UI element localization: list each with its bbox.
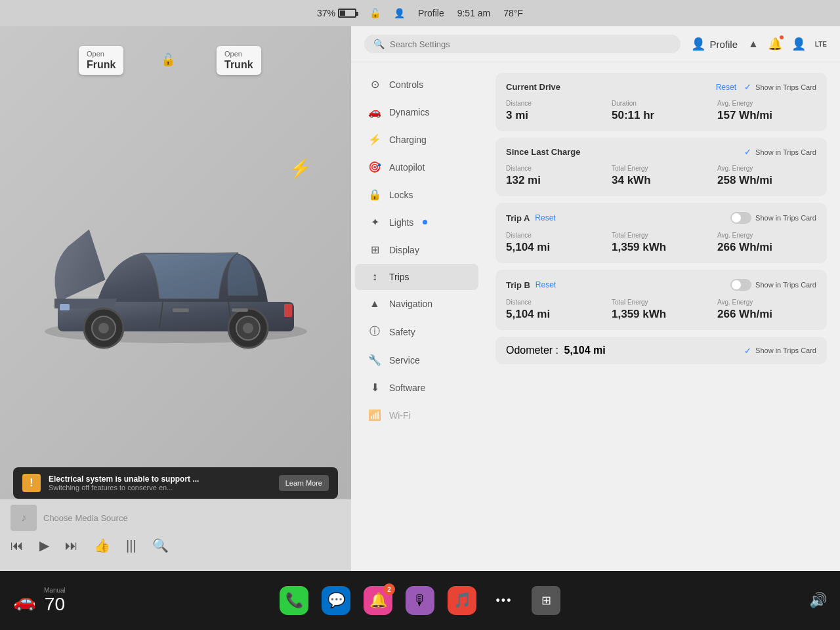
trip-b-section: Trip B Reset Show in Trips Card Distance — [495, 270, 827, 330]
current-drive-show-trips: ✓ Show in Trips Card — [744, 82, 816, 92]
media-source-label: Choose Media Source — [43, 513, 128, 523]
nav-item-service[interactable]: 🔧 Service — [355, 346, 478, 373]
trip-b-toggle[interactable] — [730, 279, 751, 291]
nav-label-wifi: Wi-Fi — [389, 410, 411, 421]
trunk-button[interactable]: Open Trunk — [217, 46, 261, 75]
current-drive-title: Current Drive — [506, 82, 560, 92]
taskbar-right: 🔊 — [560, 592, 827, 609]
nav-label-autopilot: Autopilot — [389, 162, 425, 173]
profile-label: Profile — [709, 39, 738, 50]
message-app-button[interactable]: 💬 — [322, 586, 350, 615]
trips-content: Current Drive Reset ✓ Show in Trips Card — [482, 62, 840, 571]
app-grid-button[interactable]: ⊞ — [532, 586, 560, 615]
status-bar: 37% 🔓 👤 Profile 9:51 am 78°F — [0, 0, 840, 26]
nav-item-wifi[interactable]: 📶 Wi-Fi — [355, 402, 478, 429]
up-chevron-icon[interactable]: ▲ — [748, 38, 759, 50]
settings-body: ⊙ Controls 🚗 Dynamics ⚡ Charging 🎯 Autop… — [351, 62, 840, 571]
prev-track-button[interactable]: ⏮ — [10, 538, 24, 553]
notification-app-button[interactable]: 🔔 2 — [364, 586, 392, 615]
trip-b-avg-energy: Avg. Energy 266 Wh/mi — [717, 299, 816, 321]
nav-label-display: Display — [389, 245, 419, 255]
odometer-value: 5,104 mi — [564, 345, 605, 356]
trip-b-reset-button[interactable]: Reset — [536, 280, 556, 289]
trip-a-reset-button[interactable]: Reset — [535, 213, 555, 222]
more-dots-icon: ••• — [496, 594, 513, 608]
since-last-charge-header: Since Last Charge ✓ Show in Trips Card — [506, 147, 816, 157]
podcast-app-button[interactable]: 🎙 — [406, 586, 434, 615]
nav-label-dynamics: Dynamics — [389, 107, 429, 117]
nav-item-charging[interactable]: ⚡ Charging — [355, 126, 478, 153]
lte-signal-icon: LTE — [815, 41, 827, 48]
thumbs-up-button[interactable]: 👍 — [94, 537, 110, 553]
manual-label: Manual — [44, 587, 66, 594]
svg-point-6 — [98, 323, 109, 333]
more-apps-button[interactable]: ••• — [490, 586, 518, 615]
search-input[interactable] — [390, 39, 671, 49]
time-display: 9:51 am — [457, 8, 491, 18]
nav-item-safety[interactable]: ⓘ Safety — [355, 318, 478, 346]
since-last-charge-title: Since Last Charge — [506, 147, 580, 157]
notification-bell-icon[interactable]: 🔔 — [768, 37, 782, 51]
taskbar-center: 📞 💬 🔔 2 🎙 🎵 ••• ⊞ — [280, 586, 560, 615]
battery-indicator: 37% — [317, 8, 356, 18]
person-icon[interactable]: 👤 — [791, 37, 806, 51]
service-icon: 🔧 — [368, 354, 381, 366]
next-track-button[interactable]: ⏭ — [65, 538, 78, 553]
navigation-icon: ▲ — [368, 298, 381, 310]
phone-icon: 📞 — [285, 592, 303, 609]
nav-item-trips[interactable]: ↕ Trips — [355, 264, 478, 290]
wifi-icon: 📶 — [368, 409, 381, 421]
media-controls: ⏮ ▶ ⏭ 👍 ||| 🔍 — [10, 537, 341, 553]
play-pause-button[interactable]: ▶ — [39, 537, 49, 553]
since-last-charge-stats: Distance 132 mi Total Energy 34 kWh Avg.… — [506, 165, 816, 187]
volume-icon[interactable]: 🔊 — [809, 592, 827, 609]
controls-icon: ⊙ — [368, 78, 381, 91]
learn-more-button[interactable]: Learn More — [279, 475, 329, 491]
right-panel: 🔍 👤 Profile ▲ 🔔 👤 LTE — [351, 26, 840, 571]
nav-item-lights[interactable]: ✦ Lights — [355, 209, 478, 236]
taskbar-left: 🚗 Manual 70 — [13, 587, 280, 615]
nav-item-navigation[interactable]: ▲ Navigation — [355, 291, 478, 317]
current-drive-duration: Duration 50:11 hr — [612, 100, 711, 122]
nav-item-autopilot[interactable]: 🎯 Autopilot — [355, 154, 478, 180]
trip-a-toggle[interactable] — [730, 212, 751, 224]
lights-icon: ✦ — [368, 216, 381, 228]
music-app-button[interactable]: 🎵 — [448, 586, 476, 615]
media-source-row: ♪ Choose Media Source — [10, 505, 341, 531]
alert-banner: ! Electrical system is unable to support… — [13, 467, 338, 499]
nav-item-software[interactable]: ⬇ Software — [355, 374, 478, 401]
trip-a-header: Trip A Reset Show in Trips Card — [506, 212, 816, 224]
frunk-button[interactable]: Open Frunk — [79, 46, 123, 75]
nav-item-dynamics[interactable]: 🚗 Dynamics — [355, 98, 478, 125]
media-player: ♪ Choose Media Source ⏮ ▶ ⏭ 👍 ||| 🔍 — [0, 499, 351, 571]
nav-item-controls[interactable]: ⊙ Controls — [355, 71, 478, 98]
equalizer-button[interactable]: ||| — [126, 538, 136, 553]
battery-percentage: 37% — [317, 8, 335, 18]
search-box[interactable]: 🔍 — [364, 35, 681, 53]
odometer-show-trips: ✓ Show in Trips Card — [744, 346, 816, 356]
current-drive-checkmark: ✓ — [744, 82, 751, 92]
podcast-icon: 🎙 — [413, 592, 427, 609]
main-content: Open Frunk Open Trunk 🔓 — [0, 26, 840, 571]
svg-rect-10 — [173, 308, 189, 312]
current-drive-section: Current Drive Reset ✓ Show in Trips Card — [495, 73, 827, 131]
trip-b-total-energy: Total Energy 1,359 kWh — [612, 299, 711, 321]
trips-icon: ↕ — [368, 271, 381, 283]
charging-icon: ⚡ — [368, 133, 381, 146]
taskbar: 🚗 Manual 70 📞 💬 🔔 2 🎙 🎵 ••• ⊞ 🔊 — [0, 571, 840, 630]
nav-label-locks: Locks — [389, 190, 413, 200]
trip-a-show-trips: Show in Trips Card — [730, 212, 816, 224]
settings-header: 🔍 👤 Profile ▲ 🔔 👤 LTE — [351, 26, 840, 62]
profile-section[interactable]: 👤 Profile — [691, 37, 738, 51]
main-screen: 37% 🔓 👤 Profile 9:51 am 78°F Open Frunk … — [0, 0, 840, 571]
svg-rect-13 — [60, 304, 70, 310]
notification-badge: 2 — [383, 583, 395, 595]
temp-value: 70 — [45, 594, 65, 615]
since-last-charge-show-trips: ✓ Show in Trips Card — [744, 147, 816, 157]
media-search-button[interactable]: 🔍 — [152, 537, 169, 553]
nav-item-locks[interactable]: 🔒 Locks — [355, 181, 478, 208]
current-drive-reset-button[interactable]: Reset — [716, 83, 736, 92]
nav-item-display[interactable]: ⊞ Display — [355, 236, 478, 263]
phone-app-button[interactable]: 📞 — [280, 586, 308, 615]
message-icon: 💬 — [327, 592, 345, 609]
